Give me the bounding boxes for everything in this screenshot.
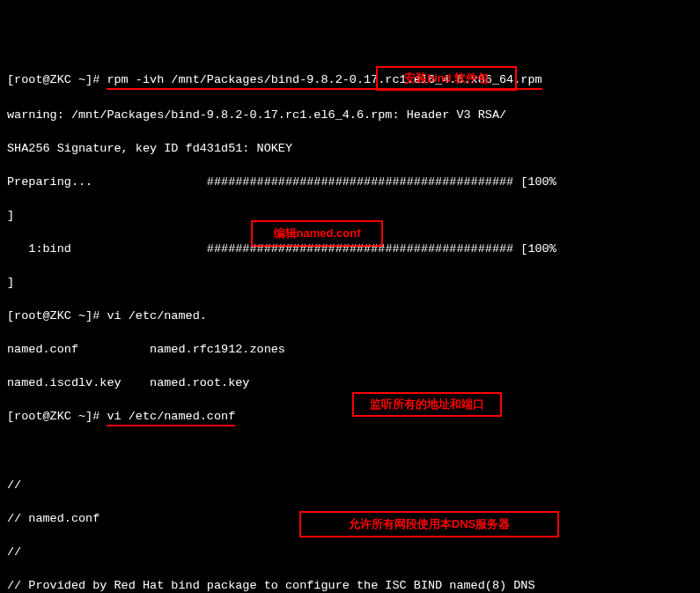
annotation-edit-named: 编辑named.conf: [251, 220, 383, 247]
warn-line1: warning: /mnt/Packages/bind-9.8.2-0.17.r…: [7, 107, 693, 123]
annotation-install-bind: 安装bind 软件包: [376, 66, 517, 91]
annotation-allow-all: 允许所有网段使用本DNS服务器: [299, 511, 559, 537]
bind-label: 1:bind: [7, 242, 71, 256]
cfg-04: // Provided by Red Hat bind package to c…: [7, 577, 693, 593]
cmd-line-1: [root@ZKC ~]# rpm -ivh /mnt/Packages/bin…: [7, 71, 693, 90]
annotation-listen-all: 监听所有的地址和端口: [352, 392, 502, 417]
preparing-line: Preparing... ###########################…: [7, 174, 693, 190]
cmd-line-3: [root@ZKC ~]# vi /etc/named.conf: [7, 408, 693, 426]
preparing-label: Preparing...: [7, 175, 92, 189]
warn-line2: SHA256 Signature, key ID fd431d51: NOKEY: [7, 140, 693, 157]
cfg-01: //: [7, 477, 693, 493]
tabcomp-2: named.iscdlv.key named.root.key: [7, 374, 693, 391]
prompt: [root@ZKC ~]#: [7, 73, 107, 86]
preparing-progress: ########################################…: [207, 175, 556, 189]
vi-command: vi /etc/named.conf: [107, 408, 235, 426]
cfg-03: //: [7, 544, 693, 560]
tabcomp-1: named.conf named.rfc1912.zones: [7, 341, 693, 358]
prompt3: [root@ZKC ~]#: [7, 410, 107, 423]
close2: ]: [7, 274, 693, 291]
cmd-line-2: [root@ZKC ~]# vi /etc/named.: [7, 308, 693, 324]
blank0: [7, 443, 693, 460]
